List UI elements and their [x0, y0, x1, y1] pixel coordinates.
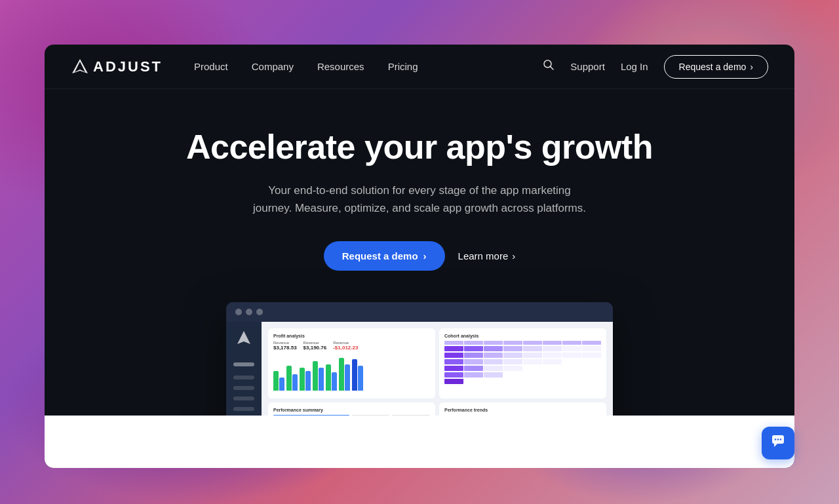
navbar-demo-arrow: › — [750, 62, 753, 72]
browser-dot-green — [256, 309, 263, 315]
c-cell — [523, 359, 542, 364]
hero-demo-button[interactable]: Request a demo › — [324, 241, 445, 271]
cohort-h-3 — [484, 341, 503, 345]
profit-analysis-card: Profit analysis Revenue $3,178.53 Revenu… — [268, 328, 435, 398]
bar-blue-1 — [279, 378, 284, 391]
bar-blue-5 — [332, 372, 337, 391]
c-cell — [503, 372, 522, 378]
search-icon[interactable] — [543, 59, 555, 74]
cohort-header-row — [444, 341, 601, 345]
c-cell — [543, 359, 562, 364]
svg-point-5 — [777, 438, 779, 440]
logo-text: ADJUST — [93, 58, 163, 75]
nav-support[interactable]: Support — [570, 61, 605, 72]
c-cell — [484, 346, 503, 351]
svg-marker-3 — [774, 444, 777, 447]
c-cell — [444, 353, 463, 358]
logo[interactable]: ADJUST — [71, 58, 163, 76]
c-cell — [562, 359, 581, 364]
c-cell — [484, 353, 503, 358]
bar-green-4 — [313, 361, 318, 391]
nav-company[interactable]: Company — [252, 61, 294, 72]
c-cell — [503, 366, 522, 371]
nav-links: Product Company Resources Pricing — [194, 61, 543, 72]
c-cell — [582, 359, 601, 364]
cohort-row-2 — [444, 353, 601, 358]
hero-subtitle: Your end-to-end solution for every stage… — [249, 182, 590, 217]
browser-bar — [226, 302, 613, 322]
c-cell — [523, 372, 542, 378]
c-cell — [543, 353, 562, 358]
c-cell — [464, 359, 483, 364]
nav-login[interactable]: Log In — [621, 61, 648, 72]
navbar: ADJUST Product Company Resources Pricing… — [45, 45, 794, 89]
bar-green-3 — [300, 368, 305, 391]
svg-point-6 — [780, 438, 781, 440]
performance-trends-title: Performance trends — [444, 408, 601, 412]
c-cell — [444, 359, 463, 364]
navbar-demo-button[interactable]: Request a demo › — [664, 55, 768, 79]
sidebar-nav-group — [226, 360, 262, 369]
bar-green-1 — [273, 371, 279, 391]
c-cell — [484, 372, 503, 378]
bottom-white-section — [45, 416, 794, 468]
learn-more-arrow: › — [512, 250, 515, 262]
cohort-h-6 — [543, 341, 562, 345]
c-cell — [464, 372, 483, 378]
cohort-row-6 — [444, 379, 601, 384]
hero-actions: Request a demo › Learn more › — [324, 241, 516, 271]
c-cell — [484, 366, 503, 371]
hero-section: Accelerate your app's growth Your end-to… — [45, 89, 794, 302]
nav-product[interactable]: Product — [194, 61, 228, 72]
cohort-row-5 — [444, 372, 601, 378]
cohort-h-5 — [523, 341, 542, 345]
c-cell — [503, 346, 522, 351]
performance-summary-title: Performance summary — [273, 408, 430, 412]
bar-group-3 — [300, 368, 311, 391]
sidebar-item-5 — [233, 407, 254, 411]
c-cell — [543, 366, 562, 371]
cohort-h-1 — [444, 341, 463, 345]
bar-group-5 — [326, 364, 337, 391]
c-cell — [562, 366, 581, 371]
c-cell — [484, 379, 503, 384]
svg-point-4 — [775, 438, 776, 440]
nav-resources[interactable]: Resources — [317, 61, 364, 72]
c-cell — [523, 346, 542, 351]
bar-blue-4 — [319, 368, 324, 391]
nav-pricing[interactable]: Pricing — [388, 61, 418, 72]
bar-blue-3 — [305, 371, 311, 391]
c-cell — [543, 372, 562, 378]
learn-more-button[interactable]: Learn more › — [458, 250, 516, 262]
cohort-analysis-card: Cohort analysis — [439, 328, 606, 398]
c-cell — [503, 359, 522, 364]
c-cell — [543, 379, 562, 384]
c-cell — [582, 346, 601, 351]
learn-more-label: Learn more — [458, 250, 509, 262]
c-cell — [562, 372, 581, 378]
bar-dark-blue — [352, 359, 357, 391]
sidebar-item-1 — [233, 362, 254, 366]
cohort-h-7 — [562, 341, 581, 345]
bar-group-4 — [313, 361, 324, 391]
browser-dot-yellow — [246, 309, 252, 315]
hero-demo-label: Request a demo — [342, 250, 418, 262]
bar-blue-6 — [345, 364, 350, 391]
sidebar-item-2 — [233, 376, 254, 379]
c-cell — [582, 353, 601, 358]
bar-blue-2 — [292, 374, 298, 391]
c-cell — [562, 379, 581, 384]
bar-blue-7 — [358, 366, 363, 391]
c-cell — [484, 359, 503, 364]
hero-demo-arrow: › — [423, 250, 427, 262]
chat-bubble-button[interactable] — [762, 427, 794, 459]
c-cell — [503, 353, 522, 358]
c-cell — [523, 366, 542, 371]
chat-icon — [771, 434, 785, 452]
c-cell — [503, 379, 522, 384]
cohort-h-8 — [582, 341, 601, 345]
logo-icon — [71, 58, 89, 76]
hero-title: Accelerate your app's growth — [186, 128, 653, 166]
cohort-row-4 — [444, 366, 601, 371]
profit-stats: Revenue $3,178.53 Revenue $3,190.76 Reve… — [273, 341, 430, 351]
